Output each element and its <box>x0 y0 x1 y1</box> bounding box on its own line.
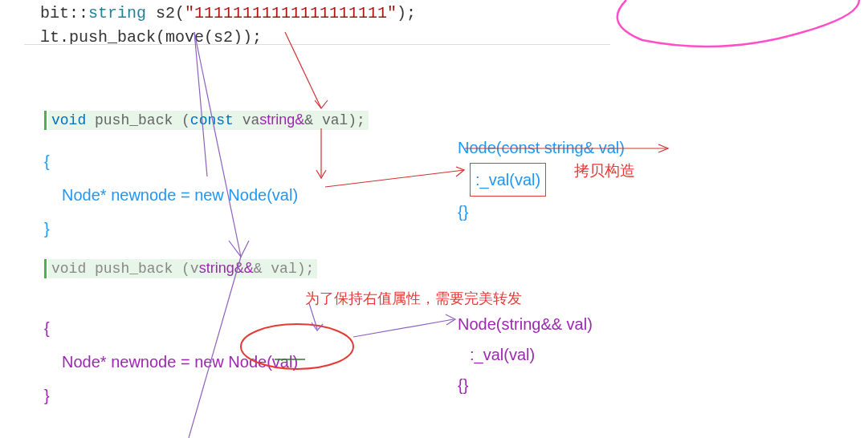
code-string: "11111111111111111111" <box>185 4 397 22</box>
green-bar-icon <box>44 259 47 278</box>
keyword-const: const <box>190 112 242 128</box>
node-constructor-2: Node(string&& val) :_val(val) {} <box>458 309 593 400</box>
rest-text: & val); <box>254 261 315 277</box>
code-line-2: lt.push_back(move(s2)); <box>40 26 416 50</box>
brace-open: { <box>44 144 298 178</box>
code-text: bit:: <box>40 4 88 22</box>
rest-text: & val); <box>304 112 365 128</box>
arrowhead-icon <box>315 100 328 108</box>
arrowhead-icon <box>658 144 668 152</box>
arrowhead-icon <box>316 170 326 178</box>
node-head: Node(string&& val) <box>458 309 593 339</box>
divider <box>24 44 610 45</box>
code-text: s2( <box>146 4 185 22</box>
arrowhead-icon <box>312 322 323 331</box>
func-name: push_back ( <box>86 112 190 128</box>
function-body-1: { Node* newnode = new Node(val) } <box>44 144 298 245</box>
highlight-type: string&& <box>199 260 254 276</box>
grey-text: va <box>242 112 260 128</box>
arrow-line <box>325 170 464 187</box>
brace-open: { <box>44 311 298 345</box>
annotation-perfect-forward: 为了保持右值属性，需要完美转发 <box>305 289 522 308</box>
keyword-void: void <box>51 112 86 128</box>
code-type: string <box>88 4 146 22</box>
function-signature-1: void push_back (const vastring&& val); <box>44 111 369 130</box>
sig-prefix: void push_back (v <box>51 261 199 277</box>
function-signature-2: void push_back (vstring&&& val); <box>44 259 317 278</box>
function-body-2: { Node* newnode = new Node(val) } <box>44 311 298 412</box>
annotation-copy-construct: 拷贝构造 <box>574 160 635 181</box>
node-body: {} <box>458 197 625 227</box>
body-line: Node* newnode = new Node(val) <box>44 178 298 212</box>
brace-close: } <box>44 212 298 245</box>
arrowhead-icon <box>446 314 455 325</box>
code-text: ); <box>397 4 416 22</box>
node-head: Node(const string& val) <box>458 132 625 163</box>
node-body: {} <box>458 370 593 400</box>
highlight-type: string& <box>259 112 304 128</box>
body-line: Node* newnode = new Node(val) <box>44 345 298 379</box>
green-bar-icon <box>44 111 47 130</box>
arrow-line <box>353 319 454 337</box>
brace-close: } <box>44 379 298 412</box>
code-line-1: bit::string s2("11111111111111111111"); <box>40 2 416 26</box>
red-box-highlight: :_val(val) <box>470 163 546 197</box>
scribble-icon <box>617 0 859 47</box>
top-code-block: bit::string s2("11111111111111111111"); … <box>40 2 416 50</box>
node-init: :_val(val) <box>458 339 593 370</box>
